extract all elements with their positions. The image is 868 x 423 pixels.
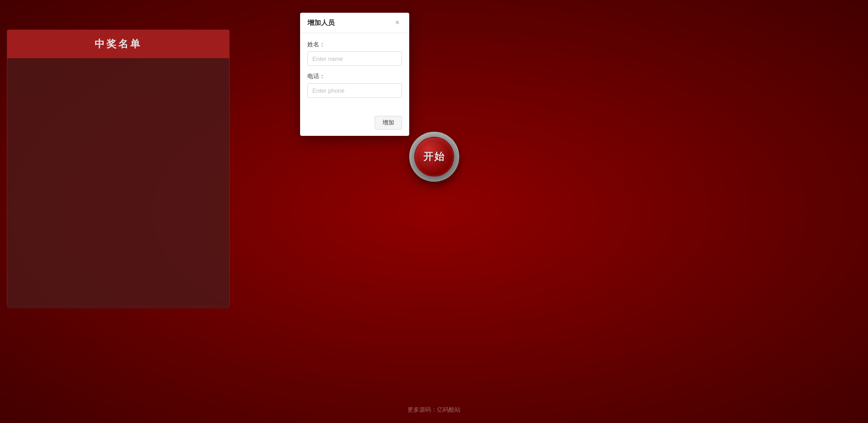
phone-form-group: 电话： [307, 72, 402, 98]
modal-footer: 增加 [300, 111, 409, 136]
modal-title: 增加人员 [307, 19, 335, 27]
name-label: 姓名： [307, 40, 402, 49]
modal-close-button[interactable]: × [393, 18, 402, 27]
modal-dialog: 增加人员 × 姓名： 电话： 增加 [300, 13, 409, 136]
modal-header: 增加人员 × [300, 13, 409, 33]
add-button[interactable]: 增加 [375, 116, 402, 129]
phone-label: 电话： [307, 72, 402, 80]
modal-overlay: 增加人员 × 姓名： 电话： 增加 [0, 0, 868, 423]
name-form-group: 姓名： [307, 40, 402, 66]
name-input[interactable] [307, 51, 402, 66]
modal-body: 姓名： 电话： [300, 33, 409, 111]
phone-input[interactable] [307, 83, 402, 98]
